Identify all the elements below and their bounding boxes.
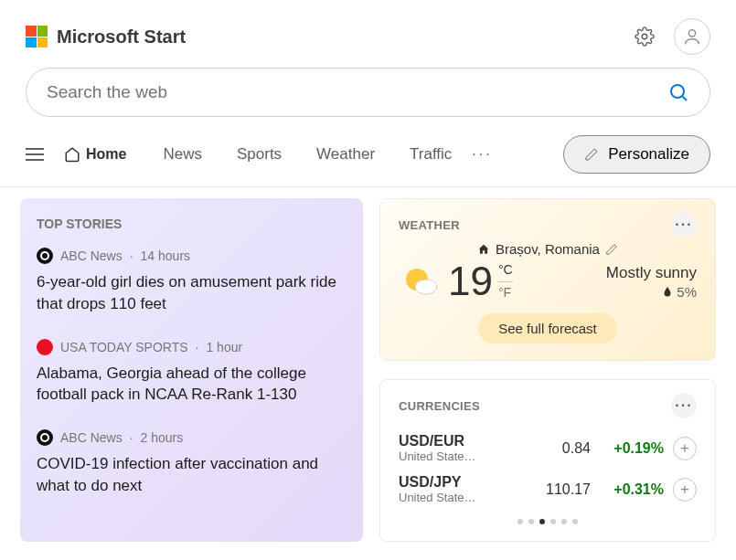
unit-celsius[interactable]: °C	[498, 261, 513, 282]
nav-item-weather[interactable]: Weather	[316, 145, 375, 164]
pager[interactable]	[399, 519, 697, 524]
source-icon	[37, 429, 53, 446]
story-item[interactable]: USA TODAY SPORTS·1 hourAlabama, Georgia …	[37, 339, 347, 407]
profile-button[interactable]	[674, 18, 710, 55]
story-time: 2 hours	[141, 430, 184, 445]
currency-sub: United State…	[399, 491, 527, 504]
currency-row[interactable]: USD/EURUnited State…0.84+0.19%+	[399, 428, 697, 469]
currencies-card: CURRENCIES ··· USD/EURUnited State…0.84+…	[379, 379, 716, 542]
top-stories-title: TOP STORIES	[37, 217, 347, 231]
story-headline: 6-year-old girl dies on amusement park r…	[37, 271, 347, 315]
pencil-icon[interactable]	[605, 243, 618, 256]
gear-icon	[635, 26, 655, 47]
nav-home[interactable]: Home	[64, 146, 126, 163]
nav-item-sports[interactable]: Sports	[237, 145, 282, 164]
currency-value: 110.17	[527, 481, 591, 498]
source-icon	[37, 339, 53, 355]
currencies-more-button[interactable]: ···	[671, 393, 697, 418]
currency-pair: USD/JPY	[399, 474, 527, 491]
currency-change: +0.31%	[591, 481, 664, 498]
nav-more[interactable]: ···	[472, 146, 492, 163]
droplet-icon	[662, 286, 673, 297]
weather-condition: Mostly sunny	[606, 264, 697, 282]
story-source: ABC News	[60, 430, 123, 445]
weather-temp: 19	[448, 259, 493, 304]
story-time: 14 hours	[141, 248, 190, 263]
pencil-icon	[584, 147, 599, 162]
add-currency-button[interactable]: +	[673, 478, 697, 502]
weather-title: WEATHER	[399, 218, 460, 232]
svg-point-1	[688, 30, 695, 37]
see-forecast-button[interactable]: See full forecast	[478, 313, 617, 343]
weather-icon	[399, 259, 443, 303]
search-icon[interactable]	[667, 81, 689, 103]
svg-point-9	[415, 280, 437, 294]
unit-fahrenheit[interactable]: °F	[498, 284, 513, 302]
story-time: 1 hour	[206, 340, 242, 354]
top-stories-card: TOP STORIES ABC News·14 hours6-year-old …	[20, 198, 363, 542]
pager-dot[interactable]	[561, 519, 567, 524]
weather-card: WEATHER ··· Brașov, Romania 19 °C °F	[379, 198, 716, 361]
search-bar[interactable]	[26, 68, 710, 117]
svg-point-2	[671, 85, 684, 98]
svg-point-0	[642, 34, 647, 39]
currency-pair: USD/EUR	[399, 433, 527, 449]
pager-dot[interactable]	[517, 519, 523, 524]
home-icon	[64, 146, 80, 163]
source-icon	[37, 248, 53, 264]
story-item[interactable]: ABC News·2 hoursCOVID-19 infection after…	[37, 429, 347, 497]
person-icon	[682, 26, 702, 47]
hamburger-menu[interactable]	[26, 148, 44, 161]
search-input[interactable]	[47, 82, 667, 102]
nav-item-news[interactable]: News	[163, 145, 202, 164]
currencies-title: CURRENCIES	[399, 399, 480, 413]
weather-location: Brașov, Romania	[496, 241, 600, 257]
home-icon	[477, 243, 490, 256]
nav-home-label: Home	[86, 146, 126, 163]
svg-point-5	[42, 253, 48, 259]
story-item[interactable]: ABC News·14 hours6-year-old girl dies on…	[37, 248, 347, 315]
svg-point-7	[42, 435, 48, 440]
brand-text: Microsoft Start	[57, 26, 186, 48]
pager-dot[interactable]	[550, 519, 556, 524]
brand[interactable]: Microsoft Start	[26, 26, 186, 48]
currency-row[interactable]: USD/JPYUnited State…110.17+0.31%+	[399, 469, 697, 510]
pager-dot[interactable]	[572, 519, 578, 524]
story-headline: COVID-19 infection after vaccination and…	[37, 453, 347, 497]
pager-dot[interactable]	[539, 519, 545, 524]
personalize-label: Personalize	[608, 145, 689, 164]
currency-change: +0.19%	[591, 440, 664, 457]
nav-item-traffic[interactable]: Traffic	[410, 145, 452, 164]
weather-more-button[interactable]: ···	[671, 212, 697, 238]
story-headline: Alabama, Georgia ahead of the college fo…	[37, 363, 347, 407]
story-source: ABC News	[60, 248, 123, 263]
personalize-button[interactable]: Personalize	[563, 135, 710, 174]
story-source: USA TODAY SPORTS	[60, 340, 188, 354]
settings-button[interactable]	[628, 20, 661, 53]
microsoft-logo-icon	[26, 26, 48, 48]
weather-humidity: 5%	[677, 284, 697, 300]
svg-line-3	[683, 97, 688, 101]
currency-value: 0.84	[527, 440, 591, 457]
currency-sub: United State…	[399, 449, 527, 463]
pager-dot[interactable]	[528, 519, 534, 524]
add-currency-button[interactable]: +	[673, 437, 697, 460]
